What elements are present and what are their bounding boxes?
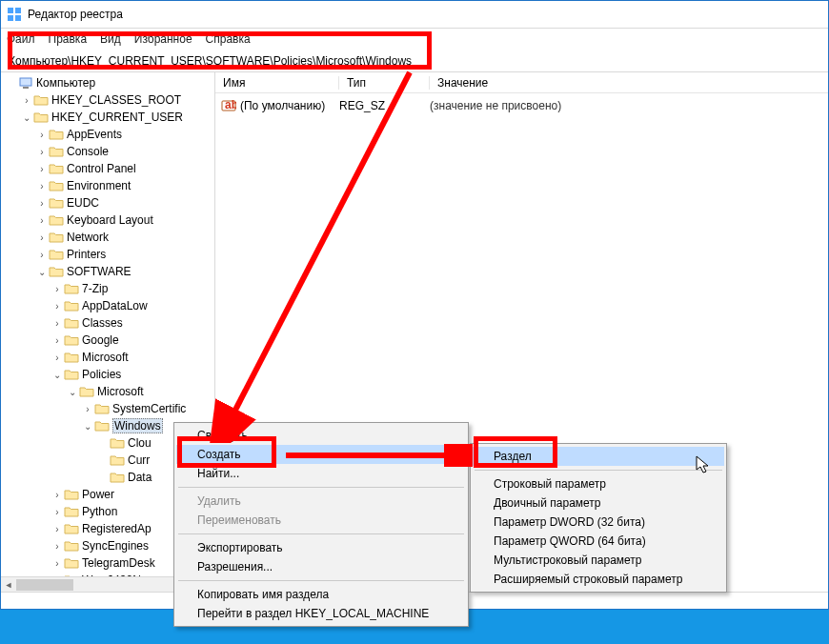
- ctx-copy-keyname[interactable]: Копировать имя раздела: [176, 585, 466, 604]
- ctx-find[interactable]: Найти...: [176, 464, 466, 483]
- expand-toggle[interactable]: ›: [51, 318, 64, 329]
- ctx-delete: Удалить: [176, 492, 466, 511]
- tree-label: SystemCertific: [112, 402, 186, 415]
- expand-toggle[interactable]: ›: [35, 130, 49, 140]
- col-name[interactable]: Имя: [215, 76, 339, 90]
- menu-edit[interactable]: Правка: [49, 32, 88, 46]
- value-row-default[interactable]: ab (По умолчанию) REG_SZ (значение не пр…: [215, 97, 828, 114]
- window-title: Редактор реестра: [28, 8, 123, 21]
- tree-hkcr[interactable]: ›HKEY_CLASSES_ROOT: [1, 91, 214, 109]
- expand-toggle[interactable]: ›: [35, 181, 49, 191]
- folder-icon: [49, 145, 64, 158]
- sub-dword[interactable]: Параметр DWORD (32 бита): [473, 513, 724, 532]
- expand-toggle[interactable]: ›: [51, 541, 64, 552]
- expand-toggle[interactable]: ›: [81, 404, 94, 414]
- folder-icon: [64, 522, 79, 535]
- ctx-permissions[interactable]: Разрешения...: [176, 557, 466, 576]
- context-submenu-create: Раздел Строковый параметр Двоичный парам…: [470, 443, 727, 593]
- tree-item[interactable]: ›EUDC: [1, 194, 214, 211]
- sub-expandstring[interactable]: Расширяемый строковый параметр: [473, 570, 724, 589]
- expand-toggle[interactable]: ›: [51, 490, 64, 500]
- tree-item[interactable]: ›Console: [1, 143, 214, 160]
- tree-hkcu[interactable]: ⌄HKEY_CURRENT_USER: [1, 109, 214, 126]
- menu-help[interactable]: Справка: [206, 32, 251, 46]
- sub-sep: [475, 470, 722, 471]
- tree-policies[interactable]: ⌄Policies: [1, 366, 214, 383]
- expand-toggle[interactable]: ⌄: [51, 370, 64, 380]
- col-value[interactable]: Значение: [430, 76, 828, 90]
- tree-item[interactable]: ›Microsoft: [1, 349, 214, 366]
- tree-label: Microsoft: [82, 351, 129, 364]
- address-bar[interactable]: Компьютер\HKEY_CURRENT_USER\SOFTWARE\Pol…: [1, 50, 828, 72]
- expand-toggle[interactable]: ⌄: [35, 267, 49, 277]
- menu-favorites[interactable]: Избранное: [134, 32, 192, 46]
- expand-toggle[interactable]: ⌄: [20, 112, 33, 123]
- folder-icon: [64, 282, 79, 295]
- ctx-collapse[interactable]: Свернуть: [176, 426, 466, 445]
- ctx-create[interactable]: Создать: [176, 445, 466, 464]
- folder-icon: [64, 488, 79, 501]
- folder-icon: [49, 213, 64, 227]
- tree-label: Google: [82, 333, 119, 347]
- folder-icon: [49, 128, 64, 141]
- menu-file[interactable]: Файл: [7, 32, 35, 46]
- sub-string[interactable]: Строковый параметр: [473, 474, 724, 493]
- sub-qword[interactable]: Параметр QWORD (64 бита): [473, 532, 724, 551]
- expand-toggle[interactable]: ›: [51, 335, 64, 346]
- ctx-export[interactable]: Экспортировать: [176, 538, 466, 557]
- tree-label: Network: [67, 231, 109, 244]
- scroll-thumb[interactable]: [16, 579, 73, 591]
- tree-item[interactable]: ›Google: [1, 332, 214, 349]
- tree-policies-microsoft[interactable]: ⌄Microsoft: [1, 383, 214, 400]
- expand-toggle[interactable]: ›: [35, 250, 49, 260]
- sub-key[interactable]: Раздел: [473, 447, 724, 466]
- expand-toggle[interactable]: ⌄: [66, 387, 79, 397]
- address-text: Компьютер\HKEY_CURRENT_USER\SOFTWARE\Pol…: [9, 54, 412, 68]
- sub-multistring[interactable]: Мультистроковый параметр: [473, 551, 724, 570]
- tree-label: SyncEngines: [82, 539, 149, 553]
- expand-toggle[interactable]: ›: [35, 164, 49, 174]
- expand-toggle[interactable]: ›: [51, 284, 64, 294]
- expand-toggle[interactable]: ›: [20, 95, 33, 106]
- expand-toggle[interactable]: ›: [51, 524, 64, 534]
- expand-toggle[interactable]: ›: [51, 558, 64, 569]
- tree-item[interactable]: ›Keyboard Layout: [1, 211, 214, 229]
- tree-computer[interactable]: Компьютер: [1, 74, 214, 91]
- folder-icon: [64, 539, 79, 553]
- menu-view[interactable]: Вид: [100, 32, 121, 46]
- folder-icon: [64, 333, 79, 347]
- tree-software[interactable]: ⌄SOFTWARE: [1, 263, 214, 280]
- ctx-goto-hklm[interactable]: Перейти в раздел HKEY_LOCAL_MACHINE: [176, 604, 466, 623]
- expand-toggle[interactable]: ›: [35, 215, 49, 226]
- expand-toggle[interactable]: ›: [35, 147, 49, 157]
- tree-item[interactable]: ›Classes: [1, 314, 214, 332]
- tree-item[interactable]: ›AppEvents: [1, 126, 214, 143]
- tree-item[interactable]: ›AppDataLow: [1, 297, 214, 314]
- folder-icon: [49, 196, 64, 210]
- folder-icon: [64, 351, 79, 364]
- col-type[interactable]: Тип: [339, 76, 430, 90]
- tree-label: RegisteredAp: [82, 522, 152, 535]
- svg-rect-5: [23, 87, 29, 89]
- tree-label: Microsoft: [97, 385, 144, 398]
- sub-binary[interactable]: Двоичный параметр: [473, 493, 724, 513]
- expand-toggle[interactable]: ›: [51, 301, 64, 312]
- expand-toggle[interactable]: ›: [51, 352, 64, 363]
- scroll-left-button[interactable]: ◄: [1, 577, 16, 592]
- svg-rect-4: [20, 78, 31, 86]
- expand-toggle[interactable]: ›: [35, 198, 49, 209]
- tree-item[interactable]: ›SystemCertific: [1, 400, 214, 417]
- expand-toggle[interactable]: ›: [51, 507, 64, 517]
- expand-toggle[interactable]: ›: [35, 232, 49, 243]
- value-type: REG_SZ: [339, 99, 430, 112]
- tree-item[interactable]: ›Environment: [1, 177, 214, 194]
- folder-icon: [64, 505, 79, 518]
- folder-icon: [94, 402, 110, 415]
- tree-item[interactable]: ›Control Panel: [1, 160, 214, 177]
- tree-item[interactable]: ›7-Zip: [1, 280, 214, 297]
- value-name: (По умолчанию): [240, 99, 339, 112]
- tree-item[interactable]: ›Network: [1, 229, 214, 246]
- tree-item[interactable]: ›Printers: [1, 246, 214, 263]
- expand-toggle[interactable]: ⌄: [81, 421, 94, 432]
- context-menu-key: Свернуть Создать Найти... Удалить Переим…: [173, 422, 469, 627]
